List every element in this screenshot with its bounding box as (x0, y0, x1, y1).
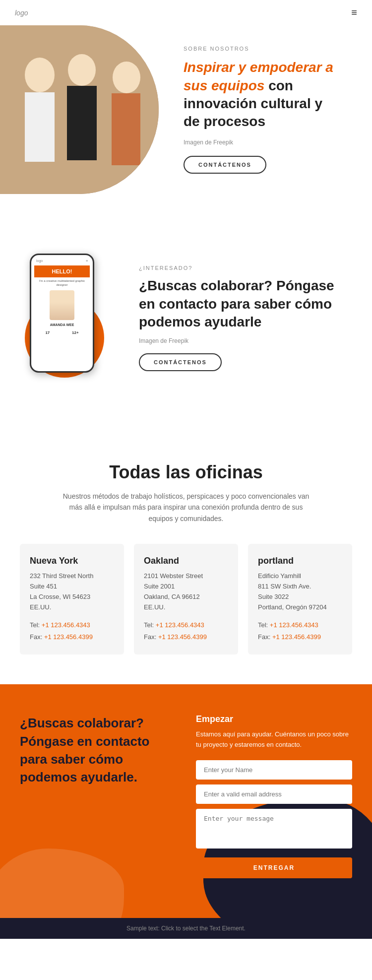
name-field-group (196, 760, 352, 780)
cta-inner: ¿Buscas colaborar? Póngase en contacto p… (20, 714, 352, 878)
collab-section: logo ≡ HELLO! I'm a creative multitalent… (0, 244, 372, 402)
office-address-oakland: 2101 Webster StreetSuite 2001Oakland, CA… (144, 571, 228, 612)
message-field-group (196, 809, 352, 850)
office-name-portland: portland (258, 556, 342, 566)
office-name-oakland: Oakland (144, 556, 228, 566)
phone-stat1: 17 (45, 330, 50, 335)
email-field-group (196, 784, 352, 804)
collab-cta-button[interactable]: CONTÁCTENOS (139, 353, 222, 371)
collab-phone: logo ≡ HELLO! I'm a creative multitalent… (30, 254, 94, 373)
cta-right: Empezar Estamos aquí para ayudar. Cuénta… (196, 714, 352, 878)
hero-content: SOBRE NOSOTROS Inspirar y empoderar a su… (159, 31, 352, 189)
phone-stats: 17 12+ (34, 330, 90, 335)
phone-subtitle: I'm a creative multitalented graphic des… (34, 279, 90, 287)
collab-title: ¿Buscas colaborar? Póngase en contacto p… (139, 277, 347, 331)
navbar: logo ≡ (0, 0, 372, 25)
spacer2 (0, 402, 372, 432)
office-address-ny: 232 Third Street NorthSuite 451La Crosse… (30, 571, 114, 612)
offices-section: Todas las oficinas Nuestros métodos de t… (0, 432, 372, 684)
office-contact-oakland: Tel: +1 123.456.4343 Fax: +1 123.456.439… (144, 619, 228, 643)
cta-form-heading: Empezar (196, 714, 352, 724)
hero-section: SOBRE NOSOTROS Inspirar y empoderar a su… (0, 25, 372, 214)
email-input[interactable] (196, 784, 352, 804)
phone-avatar-image (50, 290, 74, 320)
office-tel-ny[interactable]: +1 123.456.4343 (42, 621, 90, 629)
name-input[interactable] (196, 760, 352, 780)
phone-hello: HELLO! (34, 265, 90, 277)
office-tel-oakland[interactable]: +1 123.456.4343 (156, 621, 204, 629)
hero-photo (0, 25, 159, 194)
office-name-ny: Nueva York (30, 556, 114, 566)
office-address-portland: Edificio Yamhill811 SW Sixth Ave.Suite 3… (258, 571, 342, 612)
cta-form-description: Estamos aquí para ayudar. Cuéntanos un p… (196, 729, 352, 750)
office-contact-ny: Tel: +1 123.456.4343 Fax: +1 123.456.439… (30, 619, 114, 643)
office-contact-portland: Tel: +1 123.456.4343 Fax: +1 123.456.439… (258, 619, 342, 643)
cta-section: ¿Buscas colaborar? Póngase en contacto p… (0, 684, 372, 918)
phone-top-bar: logo ≡ (34, 258, 90, 263)
office-card-portland: portland Edificio Yamhill811 SW Sixth Av… (248, 544, 352, 654)
message-textarea[interactable] (196, 809, 352, 849)
hero-label: SOBRE NOSOTROS (184, 46, 337, 52)
submit-button[interactable]: ENTREGAR (196, 857, 352, 878)
footer: Sample text: Click to select the Text El… (0, 918, 372, 939)
phone-screen: logo ≡ HELLO! I'm a creative multitalent… (31, 255, 93, 371)
offices-description: Nuestros métodos de trabajo holísticos, … (62, 491, 310, 524)
collab-content: ¿INTERESADO? ¿Buscas colaborar? Póngase … (139, 265, 347, 371)
phone-stat2: 12+ (72, 330, 79, 335)
hero-attribution: Imagen de Freepik (184, 139, 337, 146)
office-fax-oakland[interactable]: +1 123.456.4399 (158, 633, 207, 641)
hamburger-menu-icon[interactable]: ≡ (351, 7, 357, 18)
office-tel-portland[interactable]: +1 123.456.4343 (270, 621, 318, 629)
collab-image-wrap: logo ≡ HELLO! I'm a creative multitalent… (20, 254, 119, 383)
collab-label: ¿INTERESADO? (139, 265, 347, 271)
hero-title: Inspirar y empoderar a sus equipos con i… (184, 59, 337, 131)
cta-left: ¿Buscas colaborar? Póngase en contacto p… (20, 714, 176, 878)
offices-title: Todas las oficinas (20, 462, 352, 483)
hero-cta-button[interactable]: CONTÁCTENOS (184, 156, 266, 174)
phone-name: AMANDA WEE (34, 323, 90, 327)
spacer1 (0, 214, 372, 244)
phone-avatar (50, 290, 74, 320)
cta-title: ¿Buscas colaborar? Póngase en contacto p… (20, 714, 176, 786)
logo: logo (15, 9, 28, 17)
office-card-oakland: Oakland 2101 Webster StreetSuite 2001Oak… (134, 544, 238, 654)
offices-grid: Nueva York 232 Third Street NorthSuite 4… (20, 544, 352, 654)
office-fax-portland[interactable]: +1 123.456.4399 (272, 633, 321, 641)
phone-logo: logo (36, 259, 43, 262)
hero-title-highlight: Inspirar y empoderar a sus equipos (184, 60, 333, 93)
office-fax-ny[interactable]: +1 123.456.4399 (44, 633, 93, 641)
phone-menu-icon: ≡ (86, 259, 88, 262)
footer-text: Sample text: Click to select the Text El… (15, 925, 357, 932)
hero-image (0, 25, 159, 194)
office-card-ny: Nueva York 232 Third Street NorthSuite 4… (20, 544, 124, 654)
collab-attribution: Imagen de Freepik (139, 337, 347, 344)
